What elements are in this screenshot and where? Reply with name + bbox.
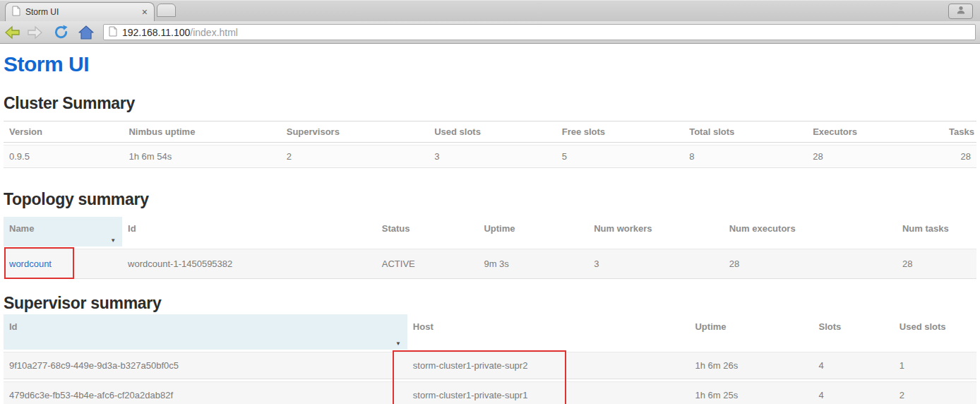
page-content: Storm UI Cluster Summary Version Nimbus …	[0, 52, 980, 404]
topology-col-num-workers[interactable]: Num workers	[588, 217, 724, 246]
page-favicon	[12, 6, 20, 19]
refresh-icon	[54, 25, 68, 40]
supervisor-id-cell-0: 9f10a277-68c9-449e-9d3a-b327a50bf0c5	[4, 352, 407, 379]
profile-button[interactable]	[948, 4, 973, 19]
cluster-free-slots-cell: 5	[556, 145, 684, 168]
supervisor-header-row: Id ▼ Host Uptime Slots Used slots	[4, 314, 976, 350]
cluster-executors-cell: 28	[807, 145, 943, 168]
sort-desc-icon: ▼	[110, 238, 116, 244]
topology-wordcount-link[interactable]: wordcount	[9, 259, 52, 269]
topology-col-name[interactable]: Name ▼	[4, 217, 122, 246]
person-icon	[956, 5, 966, 18]
forward-arrow-icon	[26, 25, 43, 40]
supervisor-slots-cell-1: 4	[813, 381, 893, 404]
supervisor-col-uptime[interactable]: Uptime	[689, 314, 813, 350]
topology-num-workers-cell: 3	[588, 249, 724, 279]
back-button[interactable]	[3, 23, 23, 42]
supervisor-row-1: 479d6c3e-fb53-4b4e-afc6-cf20a2dab82f sto…	[4, 381, 976, 404]
browser-tab-strip: Storm UI ×	[0, 0, 980, 21]
topology-status-cell: ACTIVE	[376, 249, 479, 279]
topology-col-id[interactable]: Id	[122, 217, 376, 246]
cluster-col-total-slots[interactable]: Total slots	[683, 121, 807, 143]
topology-summary-heading: Topology summary	[4, 190, 976, 208]
url-page-icon	[109, 26, 117, 39]
supervisor-summary-table: Id ▼ Host Uptime Slots Used slots 9f10a2…	[4, 312, 976, 404]
topology-name-cell: wordcount	[4, 249, 122, 279]
supervisor-uptime-cell-0: 1h 6m 26s	[689, 352, 813, 379]
supervisor-used-slots-cell-0: 1	[894, 352, 976, 379]
cluster-col-tasks[interactable]: Tasks	[943, 121, 976, 143]
cluster-col-version[interactable]: Version	[4, 121, 123, 143]
browser-tab-storm-ui[interactable]: Storm UI ×	[5, 2, 155, 21]
new-tab-button[interactable]	[157, 4, 176, 17]
topology-col-name-label: Name	[9, 223, 34, 234]
forward-button[interactable]	[25, 23, 44, 42]
back-arrow-icon	[4, 25, 21, 40]
url-path: /index.html	[190, 27, 238, 38]
cluster-used-slots-cell: 3	[429, 145, 556, 168]
topology-num-executors-cell: 28	[724, 249, 897, 279]
topology-col-num-tasks[interactable]: Num tasks	[897, 217, 976, 246]
cluster-col-supervisors[interactable]: Supervisors	[281, 121, 429, 143]
topology-col-uptime[interactable]: Uptime	[478, 217, 588, 246]
supervisor-host-cell-0: storm-cluster1-private-supr2	[407, 352, 690, 379]
cluster-supervisors-cell: 2	[281, 145, 429, 168]
cluster-header-row: Version Nimbus uptime Supervisors Used s…	[4, 121, 976, 143]
cluster-nimbus-uptime-cell: 1h 6m 54s	[123, 145, 280, 168]
supervisor-col-slots[interactable]: Slots	[813, 314, 893, 350]
cluster-col-nimbus-uptime[interactable]: Nimbus uptime	[123, 121, 280, 143]
cluster-tasks-cell: 28	[943, 145, 976, 168]
supervisor-uptime-cell-1: 1h 6m 25s	[689, 381, 813, 404]
home-button[interactable]	[76, 23, 96, 42]
topology-data-row: wordcount wordcount-1-1450595382 ACTIVE …	[4, 249, 976, 279]
address-bar[interactable]: 192.168.11.100/index.html	[103, 24, 976, 40]
url-text: 192.168.11.100/index.html	[122, 27, 238, 38]
close-icon[interactable]: ×	[142, 7, 148, 17]
browser-toolbar: 192.168.11.100/index.html	[0, 21, 980, 44]
supervisor-col-host[interactable]: Host	[407, 314, 690, 350]
tab-title: Storm UI	[25, 7, 137, 17]
page-title[interactable]: Storm UI	[4, 52, 976, 76]
topology-uptime-cell: 9m 3s	[478, 249, 588, 279]
topology-num-tasks-cell: 28	[897, 249, 976, 279]
refresh-button[interactable]	[51, 23, 71, 42]
supervisor-host-cell-1: storm-cluster1-private-supr1	[407, 381, 690, 404]
cluster-col-used-slots[interactable]: Used slots	[429, 121, 556, 143]
topology-header-row: Name ▼ Id Status Uptime Num workers Num …	[4, 217, 976, 246]
supervisor-used-slots-cell-1: 2	[894, 381, 976, 404]
supervisor-slots-cell-0: 4	[813, 352, 893, 379]
sort-desc-icon: ▼	[395, 341, 401, 347]
supervisor-summary-heading: Supervisor summary	[4, 294, 976, 312]
supervisor-id-cell-1: 479d6c3e-fb53-4b4e-afc6-cf20a2dab82f	[4, 381, 407, 404]
topology-summary-table: Name ▼ Id Status Uptime Num workers Num …	[4, 215, 976, 281]
supervisor-col-used-slots[interactable]: Used slots	[894, 314, 976, 350]
supervisor-row-0: 9f10a277-68c9-449e-9d3a-b327a50bf0c5 sto…	[4, 352, 976, 379]
cluster-col-free-slots[interactable]: Free slots	[556, 121, 684, 143]
cluster-summary-table: Version Nimbus uptime Supervisors Used s…	[4, 119, 976, 170]
supervisor-col-id[interactable]: Id ▼	[4, 314, 407, 350]
supervisor-col-id-label: Id	[9, 321, 18, 332]
cluster-col-executors[interactable]: Executors	[807, 121, 943, 143]
cluster-version-cell: 0.9.5	[4, 145, 123, 168]
home-icon	[78, 25, 94, 40]
topology-col-num-executors[interactable]: Num executors	[724, 217, 897, 246]
cluster-data-row: 0.9.5 1h 6m 54s 2 3 5 8 28 28	[4, 145, 976, 168]
topology-id-cell: wordcount-1-1450595382	[122, 249, 376, 279]
topology-col-status[interactable]: Status	[376, 217, 479, 246]
cluster-total-slots-cell: 8	[683, 145, 807, 168]
cluster-summary-heading: Cluster Summary	[4, 94, 976, 112]
url-host: 192.168.11.100	[122, 27, 190, 38]
